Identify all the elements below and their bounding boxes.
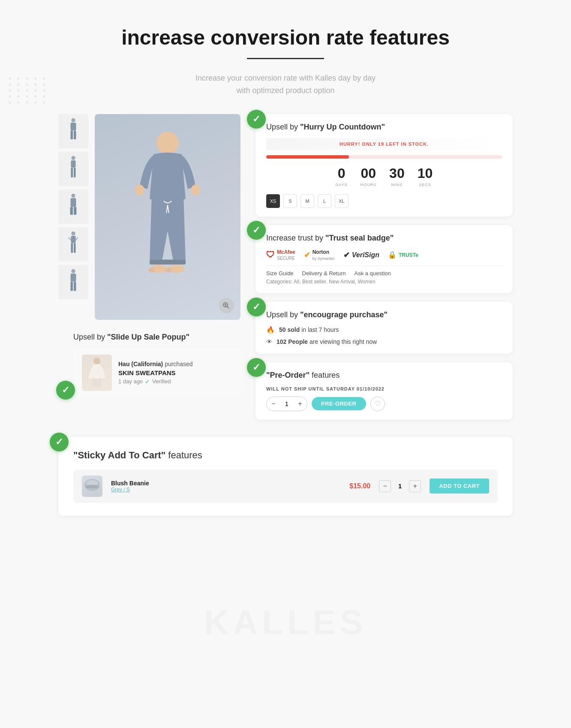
product-categories: Categories: All, Best seller, New Arriva… <box>266 279 502 285</box>
size-xl[interactable]: XL <box>335 194 349 208</box>
trust-feature-card: ✓ Increase trust by "Trust seal badge" 🛡… <box>255 225 513 293</box>
sticky-product-variant[interactable]: Grey / S <box>111 487 341 493</box>
truste-lock-icon: 🔒 <box>388 251 397 259</box>
thumbnail-1[interactable] <box>58 114 88 148</box>
zoom-button[interactable] <box>219 298 234 313</box>
trust-feature-title: Increase trust by "Trust seal badge" <box>266 234 502 243</box>
svg-point-31 <box>148 268 155 272</box>
sticky-qty-controls: − 1 + <box>379 480 421 492</box>
thumbnail-4[interactable] <box>58 227 88 262</box>
verisign-check-icon: ✔ <box>343 250 350 260</box>
countdown-days: 0 DAYS <box>336 166 348 188</box>
heart-icon: ♡ <box>375 400 381 408</box>
svg-point-37 <box>93 358 100 364</box>
trust-check-icon: ✓ <box>247 221 266 240</box>
popup-notification: Hau (California) purchased SKIN SWEATPAN… <box>73 348 243 397</box>
svg-rect-13 <box>71 236 75 243</box>
svg-line-17 <box>76 238 78 241</box>
encourage-list: 🔥 50 sold in last 7 hours 👁 102 People a… <box>266 326 502 345</box>
page-title: increase conversion rate features <box>58 26 513 49</box>
svg-rect-11 <box>74 207 77 215</box>
sticky-bar: Blush Beanie Grey / S $15.00 − 1 + ADD T… <box>73 469 498 503</box>
ask-question-link[interactable]: Ask a question <box>354 270 391 277</box>
countdown-check-icon: ✓ <box>247 110 266 129</box>
bg-decoration-dots <box>9 77 48 104</box>
preorder-wishlist-button[interactable]: ♡ <box>370 397 385 411</box>
size-options: XS S M L XL <box>266 194 502 208</box>
size-m[interactable]: M <box>301 194 314 208</box>
svg-rect-14 <box>71 243 73 253</box>
mcafee-shield-icon: 🛡 <box>266 250 275 260</box>
svg-rect-40 <box>86 485 99 488</box>
stock-bar <box>266 155 502 159</box>
sticky-qty-decrease[interactable]: − <box>379 480 391 492</box>
svg-point-12 <box>71 232 75 235</box>
encourage-sold: 🔥 50 sold in last 7 hours <box>266 326 502 334</box>
sticky-product-info: Blush Beanie Grey / S <box>111 480 341 493</box>
svg-rect-20 <box>71 282 73 291</box>
thumbnail-2[interactable] <box>58 152 88 186</box>
main-content: ✓ Upsell by "Slide Up Sale Popup" <box>58 114 513 420</box>
left-panel: ✓ Upsell by "Slide Up Sale Popup" <box>58 114 243 420</box>
popup-feature-title: Upsell by "Slide Up Sale Popup" <box>73 333 243 342</box>
svg-rect-15 <box>74 243 76 253</box>
popup-buyer: Hau (California) purchased <box>118 361 234 367</box>
countdown-feature-title: Upsell by "Hurry Up Countdown" <box>266 123 502 132</box>
encourage-feature-card: ✓ Upsell by "encougrage purchase" 🔥 50 s… <box>255 302 513 354</box>
svg-rect-28 <box>162 259 186 264</box>
preorder-qty-decrease[interactable]: − <box>267 397 280 411</box>
size-l[interactable]: L <box>318 194 331 208</box>
sticky-qty-increase[interactable]: + <box>409 480 421 492</box>
sticky-price: $15.00 <box>349 482 370 490</box>
svg-point-32 <box>165 268 171 272</box>
sticky-feature-card: ✓ "Sticky Add To Cart" features Blush Be… <box>58 437 513 516</box>
popup-product-name: SKIN SWEATPANS <box>118 369 234 376</box>
popup-content: Hau (California) purchased SKIN SWEATPAN… <box>118 361 234 385</box>
svg-point-23 <box>135 184 144 196</box>
countdown-hours: 00 HOURS <box>361 166 377 188</box>
svg-point-22 <box>156 132 179 154</box>
svg-rect-9 <box>71 198 76 207</box>
bottom-section: ✓ "Sticky Add To Cart" features Blush Be… <box>58 437 513 516</box>
svg-rect-2 <box>71 131 73 139</box>
svg-rect-19 <box>71 274 76 282</box>
thumbnail-5[interactable] <box>58 265 88 299</box>
watermark-text: KALLES <box>204 603 367 642</box>
hurry-banner: HURRY! ONLY 19 LEFT IN STOCK. <box>266 138 502 150</box>
thumbnail-3[interactable] <box>58 190 88 224</box>
svg-line-34 <box>227 306 229 308</box>
size-guide-link[interactable]: Size Guide <box>266 270 294 277</box>
svg-point-24 <box>191 184 200 196</box>
countdown-feature-card: ✓ Upsell by "Hurry Up Countdown" HURRY! … <box>255 114 513 217</box>
sticky-product-name: Blush Beanie <box>111 480 341 487</box>
preorder-qty-increase[interactable]: + <box>293 397 307 411</box>
preorder-check-icon: ✓ <box>247 358 266 377</box>
badge-norton: ✔ Nortonby Symantec <box>304 249 335 261</box>
product-main-image <box>95 114 240 320</box>
delivery-return-link[interactable]: Delivery & Return <box>302 270 346 277</box>
sticky-feature-title: "Sticky Add To Cart" features <box>73 450 498 461</box>
countdown-mins: 30 MINS <box>389 166 405 188</box>
verified-icon: ✓ <box>145 378 150 385</box>
encourage-viewing: 👁 102 People are viewing this right now <box>266 338 502 345</box>
svg-rect-5 <box>71 160 75 168</box>
trust-badges: 🛡 McAfeeSECURE ✔ Nortonby Symantec ✔ Ver… <box>266 249 502 261</box>
encourage-check-icon: ✓ <box>247 298 266 316</box>
svg-point-0 <box>71 118 75 122</box>
svg-line-16 <box>69 238 71 241</box>
encourage-feature-title: Upsell by "encougrage purchase" <box>266 310 502 319</box>
fire-icon: 🔥 <box>266 326 275 334</box>
preorder-button[interactable]: PRE-ORDER <box>312 397 366 410</box>
size-xs[interactable]: XS <box>266 194 280 208</box>
svg-rect-6 <box>71 168 73 177</box>
svg-rect-3 <box>74 131 76 139</box>
svg-rect-1 <box>71 123 76 131</box>
preorder-qty-value: 1 <box>280 400 293 407</box>
add-to-cart-button[interactable]: ADD TO CART <box>430 478 489 493</box>
size-s[interactable]: S <box>283 194 297 208</box>
page-subtitle: Increase your conversion rate with Kalle… <box>58 72 513 97</box>
badge-mcafee: 🛡 McAfeeSECURE <box>266 249 295 261</box>
stock-bar-fill <box>266 155 349 159</box>
product-links: Size Guide Delivery & Return Ask a quest… <box>266 265 502 277</box>
badge-verisign: ✔ VeriSign <box>343 250 379 260</box>
